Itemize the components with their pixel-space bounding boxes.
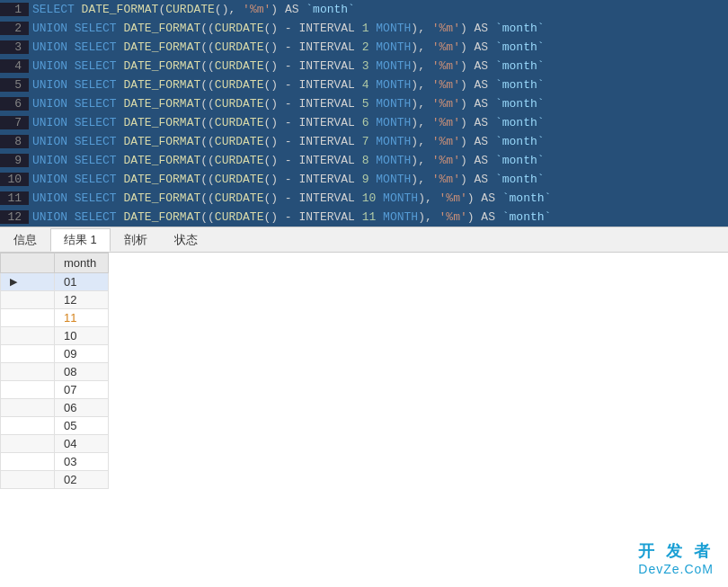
code-line: 3UNION SELECT DATE_FORMAT((CURDATE() - I… bbox=[0, 38, 728, 57]
code-token: DATE_FORMAT bbox=[82, 3, 159, 16]
month-cell: 08 bbox=[55, 363, 109, 381]
code-token: '%m' bbox=[432, 135, 460, 148]
main-container: 1SELECT DATE_FORMAT(CURDATE(), '%m') AS … bbox=[0, 0, 728, 587]
code-token: '%m' bbox=[243, 3, 271, 16]
row-current-indicator bbox=[1, 309, 55, 327]
table-row[interactable]: 08 bbox=[1, 363, 109, 381]
code-token: ), bbox=[411, 40, 431, 54]
tab-信息[interactable]: 信息 bbox=[0, 228, 50, 252]
code-token: CURDATE bbox=[215, 97, 264, 111]
code-token: CURDATE bbox=[215, 173, 264, 186]
tab-结果 1[interactable]: 结果 1 bbox=[50, 228, 111, 252]
results-table-wrapper[interactable]: month ▶011211100908070605040302 bbox=[0, 253, 728, 587]
code-token: 3 bbox=[362, 59, 369, 73]
code-token: (( bbox=[200, 97, 215, 111]
code-token: () - INTERVAL bbox=[263, 191, 361, 205]
code-token: () - INTERVAL bbox=[263, 97, 361, 111]
line-number: 7 bbox=[0, 116, 29, 129]
code-token: ) AS bbox=[460, 135, 495, 148]
code-token: (( bbox=[200, 135, 215, 148]
line-content: UNION SELECT DATE_FORMAT((CURDATE() - IN… bbox=[29, 154, 545, 167]
table-row[interactable]: 12 bbox=[1, 291, 109, 309]
code-token: MONTH bbox=[376, 59, 411, 73]
table-row[interactable]: 06 bbox=[1, 399, 109, 417]
row-current-indicator bbox=[1, 399, 55, 417]
table-row[interactable]: 03 bbox=[1, 453, 109, 471]
code-block: 1SELECT DATE_FORMAT(CURDATE(), '%m') AS … bbox=[0, 0, 728, 227]
code-token: DATE_FORMAT bbox=[123, 154, 200, 167]
table-row[interactable]: 07 bbox=[1, 381, 109, 399]
table-row[interactable]: 04 bbox=[1, 435, 109, 453]
code-token: (( bbox=[200, 191, 215, 205]
code-token: CURDATE bbox=[215, 116, 264, 129]
code-token: MONTH bbox=[376, 154, 411, 167]
code-token: 7 bbox=[362, 135, 369, 148]
tab-剖析[interactable]: 剖析 bbox=[111, 228, 161, 252]
code-token: `month` bbox=[306, 3, 355, 16]
table-row[interactable]: 05 bbox=[1, 417, 109, 435]
watermark-line2: DevZe.CoM bbox=[638, 562, 714, 576]
code-token: `month` bbox=[495, 40, 545, 54]
code-token: `month` bbox=[495, 22, 545, 35]
tab-状态[interactable]: 状态 bbox=[161, 228, 211, 252]
row-current-indicator bbox=[1, 345, 55, 363]
code-token: DATE_FORMAT bbox=[123, 22, 200, 35]
code-line: 2UNION SELECT DATE_FORMAT((CURDATE() - I… bbox=[0, 19, 728, 38]
line-content: UNION SELECT DATE_FORMAT((CURDATE() - IN… bbox=[29, 210, 551, 224]
watermark-line1: 开 发 者 bbox=[638, 540, 714, 562]
code-token: MONTH bbox=[376, 78, 411, 92]
code-token: '%m' bbox=[432, 22, 460, 35]
code-token: ) AS bbox=[467, 210, 502, 224]
code-line: 6UNION SELECT DATE_FORMAT((CURDATE() - I… bbox=[0, 94, 728, 113]
code-token: UNION SELECT bbox=[32, 59, 123, 73]
line-content: UNION SELECT DATE_FORMAT((CURDATE() - IN… bbox=[29, 59, 545, 73]
month-cell: 02 bbox=[55, 471, 109, 489]
code-token: DATE_FORMAT bbox=[123, 97, 200, 111]
code-token: DATE_FORMAT bbox=[123, 40, 200, 54]
code-token: `month` bbox=[495, 97, 545, 111]
row-current-indicator bbox=[1, 381, 55, 399]
code-token: ) AS bbox=[271, 3, 306, 16]
code-token: MONTH bbox=[376, 116, 411, 129]
code-token: DATE_FORMAT bbox=[123, 210, 200, 224]
code-token: (( bbox=[200, 40, 215, 54]
tabs-bar: 信息结果 1剖析状态 bbox=[0, 227, 728, 253]
code-token: UNION SELECT bbox=[32, 22, 123, 35]
code-line: 5UNION SELECT DATE_FORMAT((CURDATE() - I… bbox=[0, 76, 728, 94]
sql-editor[interactable]: 1SELECT DATE_FORMAT(CURDATE(), '%m') AS … bbox=[0, 0, 728, 227]
row-current-indicator bbox=[1, 327, 55, 345]
code-token: (( bbox=[200, 59, 215, 73]
line-content: UNION SELECT DATE_FORMAT((CURDATE() - IN… bbox=[29, 97, 545, 111]
code-token: 9 bbox=[362, 173, 369, 186]
table-row[interactable]: 02 bbox=[1, 471, 109, 489]
code-token: ), bbox=[418, 210, 439, 224]
code-token: UNION SELECT bbox=[32, 173, 123, 186]
line-number: 8 bbox=[0, 135, 29, 148]
code-token: ), bbox=[418, 191, 439, 205]
code-token: MONTH bbox=[376, 40, 411, 54]
table-row[interactable]: 11 bbox=[1, 309, 109, 327]
code-token bbox=[376, 210, 383, 224]
code-token: CURDATE bbox=[215, 22, 264, 35]
code-token: MONTH bbox=[383, 191, 418, 205]
code-line: 8UNION SELECT DATE_FORMAT((CURDATE() - I… bbox=[0, 132, 728, 151]
code-token: CURDATE bbox=[215, 154, 264, 167]
row-current-indicator bbox=[1, 417, 55, 435]
line-number: 9 bbox=[0, 154, 29, 167]
code-token: (( bbox=[200, 154, 215, 167]
table-row[interactable]: 10 bbox=[1, 327, 109, 345]
code-token: SELECT bbox=[32, 3, 82, 16]
code-token: '%m' bbox=[432, 40, 460, 54]
code-line: 7UNION SELECT DATE_FORMAT((CURDATE() - I… bbox=[0, 113, 728, 132]
code-token: () - INTERVAL bbox=[263, 59, 361, 73]
line-number: 5 bbox=[0, 78, 29, 92]
line-content: SELECT DATE_FORMAT(CURDATE(), '%m') AS `… bbox=[29, 3, 355, 16]
code-token: `month` bbox=[495, 116, 545, 129]
table-row[interactable]: 09 bbox=[1, 345, 109, 363]
code-token: 2 bbox=[362, 40, 369, 54]
line-content: UNION SELECT DATE_FORMAT((CURDATE() - IN… bbox=[29, 116, 545, 129]
code-token: DATE_FORMAT bbox=[123, 116, 200, 129]
code-token: `month` bbox=[495, 135, 545, 148]
line-content: UNION SELECT DATE_FORMAT((CURDATE() - IN… bbox=[29, 22, 545, 35]
table-row[interactable]: ▶01 bbox=[1, 273, 109, 291]
